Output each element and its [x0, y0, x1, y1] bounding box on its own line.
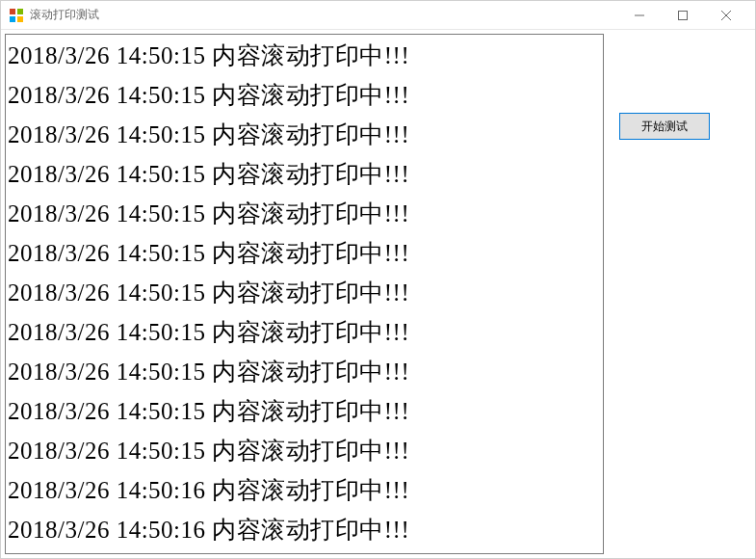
log-line: 2018/3/26 14:50:15 内容滚动打印中!!!: [8, 431, 601, 470]
svg-rect-5: [678, 11, 687, 19]
log-line: 2018/3/26 14:50:15 内容滚动打印中!!!: [8, 36, 601, 75]
log-line: 2018/3/26 14:50:15 内容滚动打印中!!!: [8, 75, 601, 115]
minimize-button[interactable]: [617, 1, 661, 30]
maximize-button[interactable]: [661, 1, 704, 30]
client-area: 2018/3/26 14:50:15 内容滚动打印中!!!2018/3/26 1…: [1, 30, 755, 558]
window-title: 滚动打印测试: [30, 7, 617, 23]
log-line: 2018/3/26 14:50:16 内容滚动打印中!!!: [8, 510, 601, 549]
app-icon: [9, 8, 24, 23]
log-line: 2018/3/26 14:50:15 内容滚动打印中!!!: [8, 115, 601, 154]
log-line: 2018/3/26 14:50:15 内容滚动打印中!!!: [8, 352, 601, 391]
log-line: 2018/3/26 14:50:15 内容滚动打印中!!!: [8, 273, 601, 312]
log-line: 2018/3/26 14:50:15 内容滚动打印中!!!: [8, 154, 601, 194]
log-line: 2018/3/26 14:50:15 内容滚动打印中!!!: [8, 233, 601, 273]
log-line: 2018/3/26 14:50:15 内容滚动打印中!!!: [8, 391, 601, 431]
svg-rect-0: [10, 9, 15, 14]
log-output[interactable]: 2018/3/26 14:50:15 内容滚动打印中!!!2018/3/26 1…: [5, 34, 604, 554]
log-line: 2018/3/26 14:50:15 内容滚动打印中!!!: [8, 312, 601, 352]
window-controls: [617, 1, 747, 30]
start-test-button[interactable]: 开始测试: [619, 113, 710, 140]
title-bar: 滚动打印测试: [1, 1, 755, 30]
svg-rect-2: [10, 16, 15, 22]
log-line: 2018/3/26 14:50:15 内容滚动打印中!!!: [8, 194, 601, 233]
log-line: 2018/3/26 14:50:16 内容滚动打印中!!!: [8, 470, 601, 510]
close-button[interactable]: [704, 1, 747, 30]
svg-rect-3: [17, 16, 23, 22]
right-panel: 开始测试: [613, 34, 751, 554]
app-window: 滚动打印测试 2018/3/26 14:50:15 内容滚动打印中!!!2018…: [0, 0, 756, 559]
svg-rect-1: [17, 9, 23, 14]
